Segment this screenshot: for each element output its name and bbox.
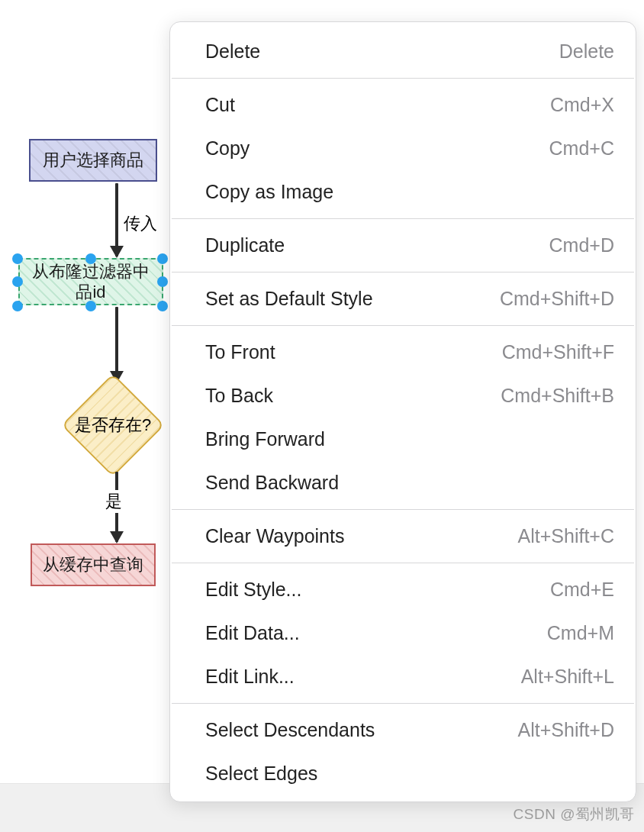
menu-item-label: Select Descendants	[205, 719, 375, 741]
node-label: 从缓存中查询	[43, 554, 143, 576]
menu-item-set-default-style[interactable]: Set as Default Style Cmd+Shift+D	[170, 277, 636, 321]
menu-divider	[172, 218, 634, 219]
selection-handle[interactable]	[12, 301, 23, 311]
menu-item-label: Copy as Image	[205, 181, 333, 203]
menu-item-shortcut: Cmd+X	[550, 94, 614, 116]
menu-item-label: Duplicate	[205, 234, 285, 256]
menu-item-edit-link[interactable]: Edit Link... Alt+Shift+L	[170, 655, 636, 698]
menu-item-delete[interactable]: Delete Delete	[170, 30, 636, 73]
menu-item-label: To Back	[205, 385, 273, 407]
menu-divider	[172, 272, 634, 272]
menu-item-label: Bring Forward	[205, 428, 325, 450]
selection-handle[interactable]	[12, 253, 23, 264]
menu-divider	[172, 325, 634, 326]
menu-divider	[172, 703, 634, 704]
menu-item-shortcut: Cmd+M	[547, 622, 614, 644]
selection-handle[interactable]	[157, 276, 168, 287]
context-menu: Delete Delete Cut Cmd+X Copy Cmd+C Copy …	[169, 21, 636, 802]
menu-item-shortcut: Cmd+Shift+D	[500, 288, 614, 310]
flowchart-node-decision[interactable]: 是否存在?	[58, 383, 168, 467]
menu-item-label: Select Edges	[205, 763, 317, 785]
node-label: 从布隆过滤器中 品id	[32, 261, 150, 303]
menu-item-label: Edit Data...	[205, 622, 300, 644]
menu-item-to-front[interactable]: To Front Cmd+Shift+F	[170, 331, 636, 374]
flowchart-node-start[interactable]: 用户选择商品	[29, 139, 157, 182]
edge-label[interactable]: 传入	[122, 212, 159, 235]
menu-item-label: To Front	[205, 341, 275, 363]
flowchart-arrow[interactable]	[115, 183, 118, 256]
menu-item-edit-data[interactable]: Edit Data... Cmd+M	[170, 611, 636, 655]
menu-item-label: Cut	[205, 94, 235, 116]
menu-item-label: Edit Link...	[205, 666, 295, 688]
menu-item-select-edges[interactable]: Select Edges	[170, 752, 636, 795]
menu-item-select-descendants[interactable]: Select Descendants Alt+Shift+D	[170, 708, 636, 752]
menu-item-label: Set as Default Style	[205, 288, 373, 310]
flowchart-node-process[interactable]: 从缓存中查询	[31, 543, 156, 586]
menu-item-shortcut: Cmd+Shift+B	[501, 385, 614, 407]
selection-handle[interactable]	[157, 253, 168, 264]
node-label: 用户选择商品	[43, 150, 143, 171]
edge-label[interactable]: 是	[104, 490, 124, 513]
menu-item-edit-style[interactable]: Edit Style... Cmd+E	[170, 568, 636, 611]
menu-item-cut[interactable]: Cut Cmd+X	[170, 83, 636, 127]
selection-handle[interactable]	[12, 276, 23, 287]
menu-item-label: Clear Waypoints	[205, 525, 344, 547]
menu-item-shortcut: Alt+Shift+L	[521, 666, 614, 688]
menu-item-to-back[interactable]: To Back Cmd+Shift+B	[170, 374, 636, 418]
menu-item-label: Send Backward	[205, 472, 339, 494]
flowchart-arrow[interactable]	[115, 307, 118, 382]
menu-item-shortcut: Delete	[559, 40, 614, 63]
menu-item-copy-as-image[interactable]: Copy as Image	[170, 170, 636, 214]
selection-handle[interactable]	[85, 253, 96, 264]
menu-item-copy[interactable]: Copy Cmd+C	[170, 127, 636, 170]
selection-handle[interactable]	[157, 301, 168, 311]
menu-item-duplicate[interactable]: Duplicate Cmd+D	[170, 224, 636, 267]
node-label: 是否存在?	[58, 383, 168, 467]
menu-item-shortcut: Alt+Shift+D	[518, 719, 614, 741]
menu-divider	[172, 78, 634, 79]
menu-item-shortcut: Cmd+E	[550, 579, 614, 601]
menu-item-shortcut: Cmd+Shift+F	[502, 341, 614, 363]
menu-item-label: Delete	[205, 40, 260, 63]
watermark: CSDN @蜀州凯哥	[514, 805, 635, 824]
menu-item-shortcut: Cmd+C	[549, 137, 614, 160]
menu-divider	[172, 563, 634, 563]
menu-item-bring-forward[interactable]: Bring Forward	[170, 418, 636, 461]
menu-item-clear-waypoints[interactable]: Clear Waypoints Alt+Shift+C	[170, 514, 636, 558]
selection-handle[interactable]	[85, 301, 96, 311]
menu-divider	[172, 509, 634, 510]
flowchart-node-selected[interactable]: 从布隆过滤器中 品id	[18, 258, 163, 305]
menu-item-label: Copy	[205, 137, 250, 160]
menu-item-send-backward[interactable]: Send Backward	[170, 461, 636, 505]
menu-item-label: Edit Style...	[205, 579, 301, 601]
menu-item-shortcut: Alt+Shift+C	[518, 525, 614, 547]
menu-item-shortcut: Cmd+D	[549, 234, 614, 256]
